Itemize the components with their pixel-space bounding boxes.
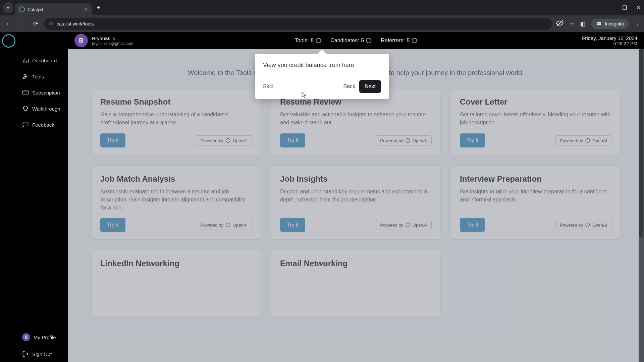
app-topbar: B BryanMills bry.mills01@gmail.com Tools… [68,32,644,49]
card-title: LinkedIn Networking [100,259,252,268]
sidebar-item-signout[interactable]: Sign Out [17,346,68,362]
bookmark-icon[interactable]: ☆ [570,21,574,27]
stat-label: Candidates: [330,38,359,44]
card-cover-letter: Cover Letter Get tailored cover letters … [451,88,621,155]
card-job-insights: Job Insights Decode and understand key r… [271,165,441,240]
sidebar-item-dashboard[interactable]: Dashboard [17,52,68,68]
card-desc: Decode and understand key requirements a… [280,188,432,212]
svg-point-7 [226,223,230,227]
coin-icon [316,38,321,43]
scrollbar-track[interactable] [639,49,644,362]
card-job-match-analysis: Job Match Analysis Seamlessly evaluate t… [91,165,261,240]
close-tab-icon[interactable]: ✕ [84,7,88,12]
walkthrough-tooltip: View you credit balance from here Skip B… [255,54,389,99]
card-desc: Seamlessly evaluate the fit between a re… [100,188,252,212]
card-title: Resume Snapshot [100,97,252,107]
card-desc: Get tailored cover letters effortlessly,… [460,111,611,127]
sidebar-item-label: Tools [32,74,44,79]
maximize-icon[interactable]: ❐ [622,5,627,11]
svg-point-8 [406,223,410,227]
tooltip-text: View you credit balance from here [263,62,381,69]
scrollbar-thumb[interactable] [639,49,643,237]
stat-label: Tools: [294,38,309,44]
user-email: bry.mills01@gmail.com [92,41,133,46]
incognito-label: Incognito [605,21,624,26]
tab-search-dropdown[interactable] [3,2,13,13]
coin-icon [412,38,417,43]
stat-value: 5 [361,38,364,44]
stat-candidates: Candidates: 5 [330,38,371,44]
try-it-button[interactable]: Try it [280,218,305,232]
credit-stats: Tools: 8 Candidates: 5 Referrers: 5 [294,38,417,44]
window-controls: — ❐ ✕ [607,0,641,15]
tab-title: Catalyst [28,7,81,12]
sidebar-item-tools[interactable]: Tools [17,68,68,84]
tooltip-back-button[interactable]: Back [343,83,356,89]
sidebar-item-label: Dashboard [32,58,57,63]
url-text: catalist.work/tools [57,21,94,26]
datetime: Friday, January 12, 2024 6:26:22 PM [582,35,637,46]
svg-point-9 [586,223,590,227]
stat-value: 5 [407,38,410,44]
powered-by-badge: Powered by OpenAI [196,220,252,230]
left-rail [0,32,17,362]
time-text: 6:26:22 PM [582,41,637,46]
sidebar-item-walkthrough[interactable]: Walkthrough [17,101,68,117]
app-logo-icon[interactable] [2,34,15,48]
card-desc: Get valuable and actionable insights to … [280,111,432,127]
tooltip-next-button[interactable]: Next [359,80,381,93]
browser-titlebar: Catalyst ✕ + — ❐ ✕ [0,0,644,15]
sidebar-item-subscription[interactable]: Subscription [17,84,68,101]
card-icon [22,89,29,96]
avatar: B [74,34,88,47]
site-settings-icon[interactable]: ⚙ [49,21,53,26]
browser-menu-icon[interactable]: ⋮ [635,21,640,27]
user-block[interactable]: B BryanMills bry.mills01@gmail.com [74,34,133,47]
sidebar-item-label: Feedback [32,122,54,128]
bar-chart-icon [22,57,29,64]
back-button[interactable]: ← [4,20,13,27]
new-tab-button[interactable]: + [97,4,100,11]
card-interview-preparation: Interview Preparation Get insights to ta… [451,165,621,240]
card-desc: Get insights to tailor your interview pr… [460,188,611,212]
tooltip-skip-button[interactable]: Skip [263,83,273,89]
forward-button[interactable]: → [17,20,27,27]
try-it-button[interactable]: Try it [100,133,125,147]
sidebar: Dashboard Tools Subscription Walkthrough… [17,32,68,362]
card-title: Job Match Analysis [100,174,252,184]
sidebar-item-label: Sign Out [32,351,52,357]
address-bar[interactable]: ⚙ catalist.work/tools [44,18,552,30]
svg-point-5 [406,138,410,142]
sidebar-item-profile[interactable]: B My Profile [17,328,68,346]
browser-tab[interactable]: Catalyst ✕ [15,3,92,15]
incognito-indicator[interactable]: Incognito [591,19,629,29]
tracking-off-icon[interactable] [556,19,564,28]
card-linkedin-networking: LinkedIn Networking [91,250,261,317]
minimize-icon[interactable]: — [607,5,613,11]
stat-referrers: Referrers: 5 [381,38,417,44]
try-it-button[interactable]: Try it [100,218,125,232]
openai-icon [225,222,231,228]
powered-by-badge: Powered by OpenAI [555,135,611,145]
openai-icon [585,138,590,143]
svg-point-2 [599,23,601,25]
openai-icon [225,138,231,143]
reload-button[interactable]: ⟳ [31,20,40,27]
card-email-networking: Email Networking [271,250,441,317]
try-it-button[interactable]: Try it [280,133,305,147]
sidebar-item-label: My Profile [34,335,56,340]
side-panel-icon[interactable]: ◧ [580,21,585,27]
svg-point-4 [226,138,230,142]
card-title: Cover Letter [460,97,611,107]
stat-tools: Tools: 8 [294,38,321,44]
try-it-button[interactable]: Try it [460,133,485,147]
sidebar-item-feedback[interactable]: Feedback [17,117,68,133]
try-it-button[interactable]: Try it [460,218,485,232]
chevron-down-icon [6,6,10,10]
wrench-icon [22,73,29,80]
openai-icon [405,138,411,143]
tool-cards-grid: Resume Snapshot Gain a comprehensive und… [91,88,621,317]
close-window-icon[interactable]: ✕ [636,5,641,11]
avatar-small: B [22,333,30,341]
lightbulb-icon [22,105,29,112]
